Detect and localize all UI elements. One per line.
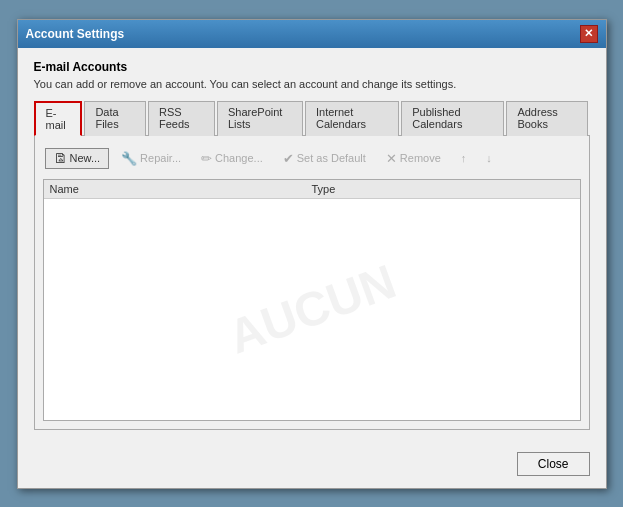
watermark: AUCUN bbox=[221, 254, 403, 365]
tab-address-books[interactable]: Address Books bbox=[506, 101, 587, 136]
section-title: E-mail Accounts bbox=[34, 60, 590, 74]
account-list: Name Type AUCUN bbox=[43, 179, 581, 421]
tab-rss-feeds[interactable]: RSS Feeds bbox=[148, 101, 215, 136]
account-settings-dialog: Account Settings ✕ E-mail Accounts You c… bbox=[17, 19, 607, 489]
change-icon: ✏ bbox=[201, 151, 212, 166]
tab-data-files[interactable]: Data Files bbox=[84, 101, 146, 136]
tab-bar: E-mail Data Files RSS Feeds SharePoint L… bbox=[34, 100, 590, 136]
set-default-button[interactable]: ✔ Set as Default bbox=[275, 149, 374, 168]
new-icon: 🖺 bbox=[54, 151, 67, 166]
repair-icon: 🔧 bbox=[121, 151, 137, 166]
dialog-body: E-mail Accounts You can add or remove an… bbox=[18, 48, 606, 442]
set-default-icon: ✔ bbox=[283, 151, 294, 166]
account-toolbar: 🖺 New... 🔧 Repair... ✏ Change... ✔ Set a… bbox=[43, 144, 581, 173]
change-button[interactable]: ✏ Change... bbox=[193, 149, 271, 168]
remove-icon: ✕ bbox=[386, 151, 397, 166]
repair-button[interactable]: 🔧 Repair... bbox=[113, 149, 189, 168]
dialog-title: Account Settings bbox=[26, 27, 125, 41]
close-icon[interactable]: ✕ bbox=[580, 25, 598, 43]
column-type: Type bbox=[312, 183, 574, 195]
tab-published-calendars[interactable]: Published Calendars bbox=[401, 101, 504, 136]
remove-button[interactable]: ✕ Remove bbox=[378, 149, 449, 168]
move-up-button[interactable]: ↑ bbox=[453, 150, 475, 166]
list-body[interactable]: AUCUN bbox=[44, 199, 580, 420]
list-header: Name Type bbox=[44, 180, 580, 199]
tab-sharepoint-lists[interactable]: SharePoint Lists bbox=[217, 101, 303, 136]
new-button[interactable]: 🖺 New... bbox=[45, 148, 110, 169]
dialog-footer: Close bbox=[18, 442, 606, 488]
tab-email[interactable]: E-mail bbox=[34, 101, 83, 136]
section-description: You can add or remove an account. You ca… bbox=[34, 78, 590, 90]
tab-internet-calendars[interactable]: Internet Calendars bbox=[305, 101, 399, 136]
column-name: Name bbox=[50, 183, 312, 195]
title-bar: Account Settings ✕ bbox=[18, 20, 606, 48]
close-button[interactable]: Close bbox=[517, 452, 590, 476]
tab-content-email: 🖺 New... 🔧 Repair... ✏ Change... ✔ Set a… bbox=[34, 136, 590, 430]
move-down-button[interactable]: ↓ bbox=[478, 150, 500, 166]
